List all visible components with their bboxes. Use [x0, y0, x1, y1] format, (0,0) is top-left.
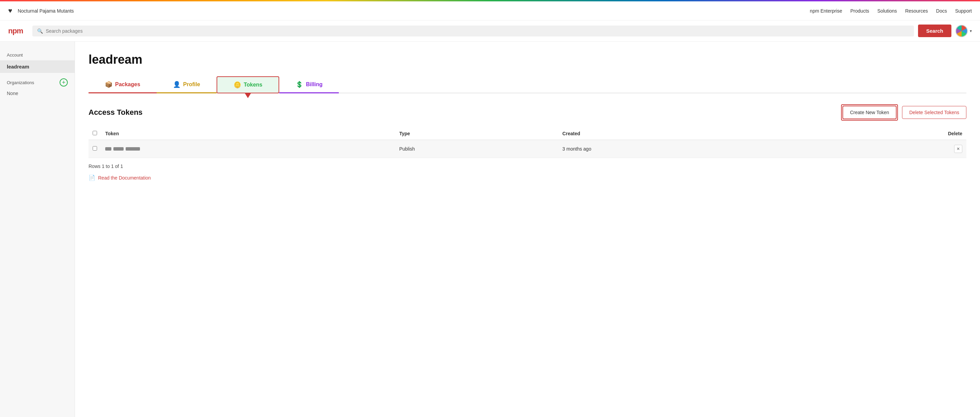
col-checkbox: [89, 127, 101, 140]
top-nav: ♥ Nocturnal Pajama Mutants npm Enterpris…: [0, 2, 980, 21]
col-delete: Delete: [812, 127, 966, 140]
sidebar-item-leadream[interactable]: leadream: [0, 60, 75, 73]
chevron-down-icon: ▾: [970, 29, 972, 33]
packages-icon: 📦: [105, 81, 112, 88]
site-name: Nocturnal Pajama Mutants: [18, 8, 74, 14]
nav-support[interactable]: Support: [955, 8, 972, 14]
nav-products[interactable]: Products: [850, 8, 869, 14]
tab-billing[interactable]: 💲 Billing: [279, 76, 339, 93]
sidebar-orgs-header: Organizations +: [0, 73, 75, 89]
nav-docs[interactable]: Docs: [936, 8, 947, 14]
token-block-3: [126, 147, 140, 151]
delete-selected-button[interactable]: Delete Selected Tokens: [902, 106, 966, 119]
sidebar-orgs-label: Organizations: [7, 80, 34, 85]
doc-link[interactable]: 📄 Read the Documentation: [89, 174, 966, 181]
section-header: Access Tokens Create New Token Delete Se…: [89, 104, 966, 121]
nav-left: ♥ Nocturnal Pajama Mutants: [8, 7, 74, 15]
search-input[interactable]: [46, 28, 909, 34]
sidebar-account-label: Account: [0, 50, 75, 60]
table-row: Publish 3 months ago ✕: [89, 140, 966, 158]
heart-icon: ♥: [8, 7, 12, 15]
search-button[interactable]: Search: [918, 24, 951, 37]
nav-solutions[interactable]: Solutions: [878, 8, 897, 14]
col-created: Created: [558, 127, 813, 140]
tab-packages-label: Packages: [115, 81, 140, 88]
col-type: Type: [395, 127, 558, 140]
col-token: Token: [101, 127, 395, 140]
billing-icon: 💲: [296, 81, 303, 88]
row-token-cell: [101, 140, 395, 158]
row-delete-cell: ✕: [812, 140, 966, 158]
tabs: 📦 Packages 👤 Profile 🪙 Tokens 💲 Billing: [89, 76, 966, 93]
create-token-highlight: Create New Token: [841, 104, 898, 121]
add-org-button[interactable]: +: [60, 78, 68, 86]
token-block-1: [105, 147, 111, 151]
doc-icon: 📄: [89, 174, 95, 181]
token-block-2: [113, 147, 124, 151]
profile-icon: 👤: [173, 81, 180, 88]
tokens-table: Token Type Created Delete: [89, 127, 966, 158]
arrow-annotation: [245, 93, 251, 98]
create-token-button[interactable]: Create New Token: [842, 106, 897, 119]
rows-info: Rows 1 to 1 of 1: [89, 164, 966, 169]
search-icon: 🔍: [37, 28, 43, 34]
avatar: [956, 25, 968, 37]
row-checkbox[interactable]: [92, 146, 97, 151]
row-created-cell: 3 months ago: [558, 140, 813, 158]
section-title: Access Tokens: [89, 108, 143, 117]
tab-profile-label: Profile: [183, 81, 200, 88]
avatar-menu[interactable]: ▾: [956, 25, 972, 37]
tab-tokens-label: Tokens: [244, 82, 262, 88]
section-actions: Create New Token Delete Selected Tokens: [841, 104, 966, 121]
page-title: leadream: [89, 53, 966, 67]
delete-row-button[interactable]: ✕: [954, 145, 962, 153]
row-checkbox-cell: [89, 140, 101, 158]
tab-billing-label: Billing: [306, 81, 323, 88]
select-all-checkbox[interactable]: [92, 131, 97, 135]
nav-resources[interactable]: Resources: [905, 8, 928, 14]
nav-npm-enterprise[interactable]: npm Enterprise: [810, 8, 842, 14]
doc-link-label: Read the Documentation: [98, 175, 151, 181]
npm-logo: npm: [8, 27, 23, 35]
layout: Account leadream Organizations + None le…: [0, 41, 980, 417]
sidebar: Account leadream Organizations + None: [0, 41, 75, 417]
nav-right: npm Enterprise Products Solutions Resour…: [810, 8, 972, 14]
search-input-wrap: 🔍: [32, 25, 914, 37]
token-mask: [105, 147, 391, 151]
search-bar: npm 🔍 Search ▾: [0, 21, 980, 41]
main-content: leadream 📦 Packages 👤 Profile 🪙 Tokens 💲: [75, 41, 980, 417]
tab-tokens[interactable]: 🪙 Tokens: [216, 76, 280, 93]
row-type-cell: Publish: [395, 140, 558, 158]
tab-packages[interactable]: 📦 Packages: [89, 76, 157, 93]
tab-profile[interactable]: 👤 Profile: [157, 76, 216, 93]
tokens-icon: 🪙: [234, 81, 241, 89]
sidebar-orgs-none: None: [0, 89, 75, 97]
